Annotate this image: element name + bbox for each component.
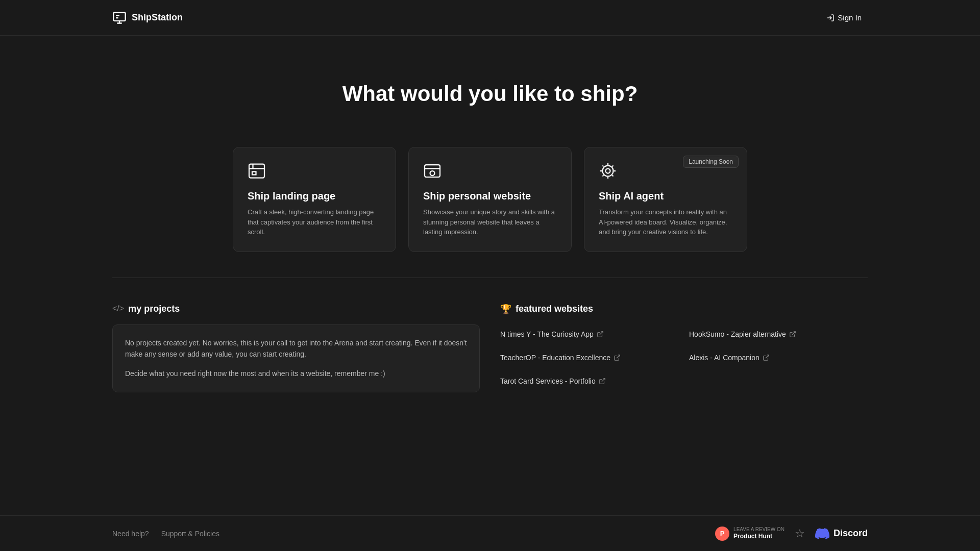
my-projects-section: </> my projects No projects created yet.… [112, 304, 480, 392]
star-icon[interactable]: ☆ [795, 527, 805, 540]
trophy-icon: 🏆 [500, 304, 511, 315]
projects-empty-box: No projects created yet. No worries, thi… [112, 324, 480, 392]
ai-agent-card-title: Ship AI agent [599, 190, 732, 202]
footer-links: Need help? Support & Policies [112, 530, 219, 538]
svg-rect-2 [249, 164, 264, 178]
ship-personal-website-card[interactable]: Ship personal website Showcase your uniq… [408, 147, 572, 252]
external-link-icon-5 [599, 378, 606, 385]
my-projects-title: my projects [128, 304, 180, 314]
support-policies-link[interactable]: Support & Policies [161, 530, 219, 538]
logo-text: ShipStation [132, 12, 183, 23]
featured-websites-title: featured websites [516, 304, 593, 314]
svg-point-5 [430, 171, 435, 176]
projects-cta-text: Decide what you need right now the most … [125, 368, 467, 379]
personal-website-card-desc: Showcase your unique story and skills wi… [423, 207, 557, 237]
discord-logo-icon [815, 527, 829, 541]
discord-button[interactable]: Discord [815, 527, 868, 541]
landing-page-icon [248, 162, 266, 180]
ship-ai-agent-card[interactable]: Launching Soon Ship AI agent Transform y… [584, 147, 747, 252]
ship-landing-page-card[interactable]: Ship landing page Craft a sleek, high-co… [233, 147, 396, 252]
footer: Need help? Support & Policies P LEAVE A … [0, 515, 980, 551]
featured-link-3[interactable]: TeacherOP - Education Excellence [500, 348, 679, 367]
product-hunt-button[interactable]: P LEAVE A REVIEW ON Product Hunt [715, 526, 785, 541]
svg-rect-3 [252, 172, 256, 175]
product-hunt-text: LEAVE A REVIEW ON Product Hunt [733, 526, 785, 541]
my-projects-header: </> my projects [112, 304, 480, 314]
ai-agent-icon [599, 162, 617, 180]
hero-title: What would you like to ship? [10, 82, 970, 106]
featured-links-grid: N times Y - The Curiosity App HookSumo -… [500, 325, 868, 390]
code-icon: </> [112, 304, 124, 313]
header: ShipStation Sign In [0, 0, 980, 36]
landing-page-card-desc: Craft a sleek, high-converting landing p… [248, 207, 381, 237]
featured-websites-header: 🏆 featured websites [500, 304, 868, 315]
sign-in-button[interactable]: Sign In [820, 9, 868, 26]
main-content: </> my projects No projects created yet.… [0, 288, 980, 408]
landing-page-card-title: Ship landing page [248, 190, 381, 202]
shipstation-logo-icon [112, 11, 127, 25]
product-hunt-icon: P [715, 527, 729, 541]
projects-empty-text: No projects created yet. No worries, thi… [125, 337, 467, 360]
featured-link-1[interactable]: N times Y - The Curiosity App [500, 325, 679, 343]
svg-rect-0 [113, 12, 125, 20]
featured-link-2[interactable]: HookSumo - Zapier alternative [689, 325, 868, 343]
svg-line-9 [792, 331, 795, 334]
svg-line-10 [617, 355, 620, 358]
personal-website-icon [423, 162, 442, 180]
section-divider [112, 278, 868, 278]
external-link-icon-3 [614, 354, 621, 361]
external-link-icon-1 [597, 331, 604, 338]
hero-section: What would you like to ship? [0, 36, 980, 132]
launching-soon-badge: Launching Soon [683, 156, 739, 168]
logo-area: ShipStation [112, 11, 183, 25]
external-link-icon-2 [789, 331, 796, 338]
featured-link-5[interactable]: Tarot Card Services - Portfolio [500, 372, 679, 390]
sign-in-icon [826, 14, 835, 22]
need-help-link[interactable]: Need help? [112, 530, 149, 538]
svg-line-12 [602, 378, 605, 381]
ai-agent-card-desc: Transform your concepts into reality wit… [599, 207, 732, 237]
footer-actions: P LEAVE A REVIEW ON Product Hunt ☆ Disco… [715, 526, 868, 541]
featured-websites-section: 🏆 featured websites N times Y - The Curi… [500, 304, 868, 392]
featured-link-4[interactable]: Alexis - AI Companion [689, 348, 868, 367]
external-link-icon-4 [763, 354, 770, 361]
svg-point-7 [603, 166, 614, 177]
ship-options-container: Ship landing page Craft a sleek, high-co… [0, 132, 980, 267]
svg-point-6 [606, 169, 610, 173]
svg-line-8 [600, 331, 603, 334]
personal-website-card-title: Ship personal website [423, 190, 557, 202]
discord-label: Discord [834, 528, 868, 539]
svg-line-11 [766, 355, 769, 358]
